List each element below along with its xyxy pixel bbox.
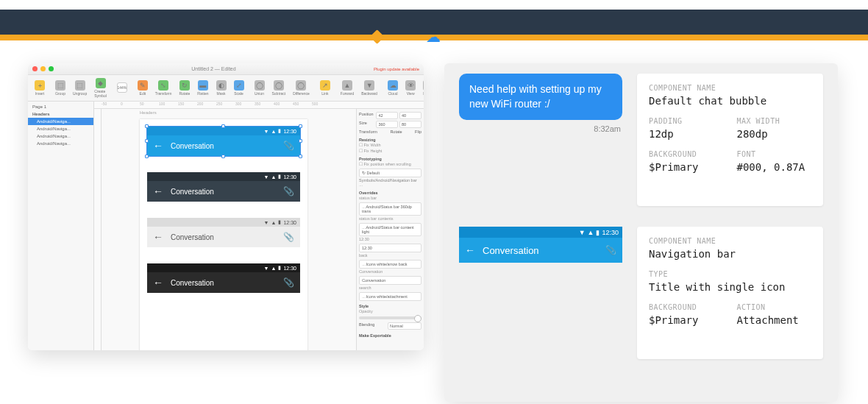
tool-view[interactable]: 👁View: [402, 79, 419, 97]
component-name: Default chat bubble: [649, 95, 811, 107]
clock-text: 12:30: [283, 266, 296, 271]
layer-item[interactable]: Android/Naviga...: [28, 125, 93, 132]
traffic-lights[interactable]: [32, 66, 54, 71]
attachment-icon: 📎: [283, 277, 294, 288]
confluence-cloud-icon: ☁: [426, 32, 441, 42]
background-value: $Primary: [649, 314, 724, 326]
clock-text: 12:30: [602, 229, 619, 236]
wifi-icon: ▲: [271, 266, 277, 271]
tool-group[interactable]: ⬚Group: [51, 79, 69, 97]
override-back[interactable]: …Icons white/arrow back: [359, 260, 421, 269]
back-arrow-icon: ←: [153, 186, 163, 196]
tool-insert[interactable]: ＋Insert: [31, 79, 49, 97]
tool-mask[interactable]: ◐Mask: [213, 79, 230, 97]
tool-flatten[interactable]: ▬Flatten: [193, 79, 212, 97]
signal-icon: ▼: [264, 220, 269, 225]
component-name: Navigation bar: [649, 248, 811, 260]
spec-card-navbar: COMPONENT NAME Navigation bar TYPE Title…: [637, 227, 823, 359]
blending-select[interactable]: Normal: [388, 322, 421, 330]
signal-icon: ▼: [264, 129, 269, 134]
tool-transform[interactable]: ⤡Transform: [152, 79, 176, 97]
wifi-icon: ▲: [271, 129, 277, 134]
tool-ungroup[interactable]: ⬚Ungroup: [69, 79, 90, 97]
nav-title: Conversation: [171, 279, 276, 287]
back-arrow-icon: ←: [153, 232, 163, 242]
page-selector[interactable]: Page 1: [28, 103, 93, 110]
tool-difference[interactable]: ◯Difference: [289, 79, 313, 97]
wifi-icon: ▲: [588, 229, 594, 236]
back-arrow-icon: ←: [153, 277, 163, 288]
close-icon[interactable]: [32, 66, 38, 71]
attachment-icon: 📎: [283, 232, 294, 242]
sketch-app-window: Untitled 2 — Edited Plugin update availa…: [28, 63, 424, 350]
tool-link[interactable]: ↗Link: [316, 79, 334, 97]
attachment-icon: 📎: [283, 186, 294, 196]
layer-item[interactable]: Android/Naviga...: [28, 118, 93, 125]
battery-icon: ▮: [278, 128, 281, 134]
sketch-diamond-icon: [370, 29, 385, 44]
override-title[interactable]: Conversation: [359, 276, 421, 285]
header-preview-black[interactable]: ▼▲▮12:30 ←Conversation📎: [147, 263, 300, 293]
plugin-notice[interactable]: Plugin update available: [374, 67, 419, 71]
background-value: $Primary: [649, 161, 724, 173]
maxwidth-value: 280dp: [737, 128, 812, 140]
battery-icon: ▮: [278, 265, 281, 271]
window-title: Untitled 2 — Edited: [54, 66, 374, 71]
override-statusbar[interactable]: …Android/Status bar 360dp trans: [359, 202, 421, 216]
override-search[interactable]: …Icons white/attachment: [359, 292, 421, 301]
navbar-preview: ▼▲▮12:30 ←Conversation📎: [459, 227, 622, 263]
top-banner: Sketch ☁ Confluence: [0, 10, 868, 40]
override-statusbar-contents[interactable]: …Android/Status bar content light: [359, 223, 421, 236]
battery-icon: ▮: [278, 219, 281, 225]
clock-text: 12:30: [283, 220, 296, 225]
minimize-icon[interactable]: [40, 66, 46, 71]
nav-title: Conversation: [171, 188, 276, 196]
override-clock[interactable]: 12:30: [359, 244, 421, 252]
zoom-level[interactable]: 144%: [113, 81, 131, 95]
size-h-input[interactable]: 80: [399, 121, 421, 128]
layer-item[interactable]: Android/Naviga...: [28, 132, 93, 140]
confluence-docs-panel: Need help with setting up my new WiFi ro…: [444, 63, 838, 402]
attachment-icon: 📎: [605, 245, 616, 255]
padding-value: 12dp: [649, 128, 724, 140]
size-w-input[interactable]: 360: [376, 121, 398, 128]
layers-panel: Page 1 Headers Android/Naviga... Android…: [28, 102, 94, 350]
attachment-icon: 📎: [283, 141, 294, 151]
tool-edit[interactable]: ✎Edit: [134, 79, 152, 97]
clock-text: 12:30: [283, 129, 296, 134]
opacity-slider[interactable]: [359, 316, 421, 319]
tool-union[interactable]: ◯Union: [251, 79, 268, 97]
spec-card-chat-bubble: COMPONENT NAME Default chat bubble PADDI…: [637, 74, 823, 206]
clock-text: 12:30: [283, 174, 296, 180]
signal-icon: ▼: [264, 266, 269, 271]
tool-backward[interactable]: ▼Backward: [357, 79, 381, 97]
tool-create-symbol[interactable]: ◆Create Symbol: [90, 77, 110, 99]
maximize-icon[interactable]: [49, 66, 54, 71]
back-arrow-icon: ←: [465, 245, 475, 255]
artboard-label[interactable]: Headers: [140, 110, 157, 115]
chat-bubble-preview: Need help with setting up my new WiFi ro…: [459, 74, 622, 120]
artboard[interactable]: ▼▲▮12:30 ←Conversation📎 ▼▲▮12:30 ←Conver…: [140, 119, 307, 350]
layer-group-headers[interactable]: Headers: [28, 110, 93, 118]
window-titlebar: Untitled 2 — Edited Plugin update availa…: [28, 63, 424, 75]
header-preview-light[interactable]: ▼▲▮12:30 ←Conversation📎: [147, 218, 300, 247]
symbol-override-default[interactable]: ↻ Default: [359, 169, 421, 177]
tool-cloud[interactable]: ☁Cloud: [384, 79, 402, 97]
action-value: Attachment: [737, 314, 812, 326]
header-preview-blue[interactable]: ▼▲▮12:30 ←Conversation📎: [147, 127, 300, 156]
wifi-icon: ▲: [271, 174, 277, 180]
tool-forward[interactable]: ▲Forward: [337, 79, 357, 97]
canvas[interactable]: Headers ▼▲▮12:30 ←Conversation📎 ▼▲▮12:30…: [102, 109, 356, 350]
sketch-toolbar: ＋Insert ⬚Group ⬚Ungroup ◆Create Symbol 1…: [28, 75, 424, 102]
ruler-horizontal: -50050100150200250300350400450500: [94, 102, 424, 109]
back-arrow-icon: ←: [153, 141, 163, 151]
tool-rotate[interactable]: ↻Rotate: [175, 79, 193, 97]
signal-icon: ▼: [579, 229, 586, 236]
nav-title: Conversation: [483, 245, 598, 256]
tool-subtract[interactable]: ◯Subtract: [268, 79, 290, 97]
nav-title: Conversation: [171, 142, 276, 150]
tool-export[interactable]: ⬆Export: [419, 79, 424, 97]
layer-item[interactable]: Android/Naviga...: [28, 140, 93, 147]
header-preview-dark[interactable]: ▼▲▮12:30 ←Conversation📎: [147, 172, 300, 202]
tool-scale[interactable]: ⤢Scale: [230, 79, 248, 97]
